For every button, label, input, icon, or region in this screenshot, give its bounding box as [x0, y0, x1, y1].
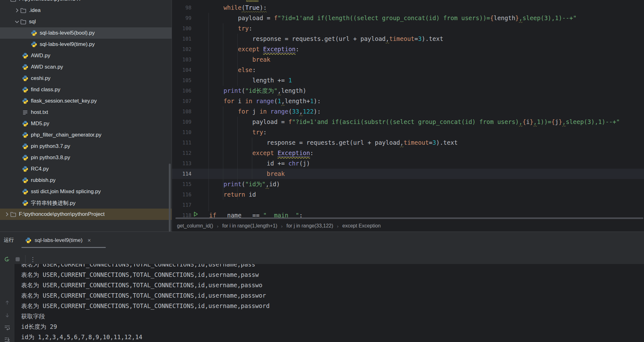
code-token: range [271, 108, 288, 115]
tree-item-label: rubbish.py [31, 177, 55, 183]
code-editor[interactable]: 9899100101102103104105106107108109110111… [172, 0, 644, 220]
soft-wrap-icon[interactable] [4, 324, 11, 331]
breadcrumb-item[interactable]: for j in range(33,122) [287, 223, 333, 229]
tree-item-label: MD5.py [31, 121, 49, 127]
code-line: response = requests.get(url + payload,ti… [209, 34, 620, 44]
code-token: { [551, 118, 555, 125]
code-token: True [245, 4, 259, 11]
code-token: 33 [292, 108, 299, 115]
console-line: 表名为 USER,CURRENT_CONNECTIONS,TOTAL_CONNE… [21, 270, 644, 280]
breadcrumb-item[interactable]: for i in range(1,length+1) [222, 223, 277, 229]
console-output[interactable]: 表名为 USER,CURRENT_CONNECTIONS,TOTAL_CONNE… [14, 264, 644, 342]
code-line: else: [209, 65, 620, 75]
editor-gutter: 9899100101102103104105106107108109110111… [172, 3, 191, 220]
run-gutter-icon[interactable] [193, 211, 198, 218]
tree-item[interactable]: 字符串转换进制.py [0, 197, 172, 209]
chevron-right-icon[interactable] [14, 8, 20, 13]
code-line: while(True): [209, 3, 620, 13]
tree-item[interactable]: pin python3.7.py [0, 141, 172, 152]
line-number: 99 [172, 13, 191, 23]
tree-item[interactable]: F:\pythoncode\python\pythonProject [0, 209, 172, 220]
code-line [209, 200, 620, 210]
chevron-down-icon[interactable] [14, 19, 20, 24]
scroll-up-icon[interactable] [4, 299, 11, 306]
line-number: 113 [172, 158, 191, 169]
console-line: 表名为 USER,CURRENT_CONNECTIONS,TOTAL_CONNE… [21, 290, 644, 301]
tree-item[interactable]: flask_session.sectet_key.py [0, 95, 172, 107]
console-line: 表名为 USER,CURRENT_CONNECTIONS,TOTAL_CONNE… [21, 301, 644, 311]
code-token: , [299, 108, 303, 115]
chevron-right-icon[interactable] [4, 212, 10, 217]
run-tab-label: sql-labs-level9(time) [35, 237, 83, 244]
code-line: break [209, 169, 620, 179]
code-token: , [519, 14, 522, 21]
toolbar-separator [25, 255, 26, 263]
run-tool-window: 运行 sql-labs-level9(time) × [0, 232, 644, 342]
code-token: { [522, 118, 526, 125]
tree-item[interactable]: pin python3.8.py [0, 152, 172, 163]
folder-file-icon [20, 19, 26, 25]
code-token [209, 149, 252, 156]
tree-item[interactable]: rubbish.py [0, 175, 172, 186]
text-file-icon [22, 109, 28, 115]
code-token: break [252, 56, 270, 63]
tree-root-item[interactable]: F:\pythoncode\python\CTF [0, 0, 172, 5]
tree-item[interactable]: find class.py [0, 84, 172, 95]
line-number: 107 [172, 96, 191, 106]
code-token: in [259, 108, 267, 115]
code-token [209, 46, 238, 53]
code-token: j [555, 118, 558, 125]
code-token: ): [314, 108, 321, 115]
code-token: "?id=1'and if(ascii(substr((select group… [292, 118, 519, 125]
code-lines[interactable]: while(True): payload = f"?id=1'and if(le… [209, 3, 620, 220]
tree-item[interactable]: ceshi.py [0, 73, 172, 84]
tree-scrollbar[interactable] [169, 164, 171, 232]
code-token: response = requests.get(url + payload [209, 35, 386, 42]
code-token: ).text [436, 139, 458, 146]
close-icon[interactable]: × [88, 237, 91, 244]
code-line: except Exception: [209, 148, 620, 158]
code-token: f [288, 118, 292, 125]
console-toolbar [0, 264, 14, 342]
tree-item[interactable]: php_filter_chain_generator.py [0, 129, 172, 141]
code-token: ): [259, 4, 267, 11]
tree-item[interactable]: host.txt [0, 107, 172, 118]
code-token: try [252, 129, 263, 136]
tree-item-label: find class.py [31, 87, 60, 93]
code-token: ( [288, 108, 292, 115]
tree-item[interactable]: AWD scan.py [0, 61, 172, 73]
tree-item[interactable]: AWD.py [0, 50, 172, 61]
tree-item[interactable]: ssti dict,join Mixed splicing.py [0, 186, 172, 197]
breadcrumb-item[interactable]: except Exception [342, 223, 381, 229]
run-tab[interactable]: sql-labs-level9(time) × [25, 235, 91, 246]
more-options-icon[interactable]: ⋮ [30, 256, 36, 263]
stop-icon[interactable] [14, 255, 21, 263]
ide-window: F:\pythoncode\python\CTF.ideasqlsql-labs… [0, 0, 644, 342]
breadcrumb-item[interactable]: get_column_id() [177, 223, 213, 229]
tree-item[interactable]: sql [0, 16, 172, 27]
line-number: 104 [172, 65, 191, 75]
editor-horizontal-scrollbar[interactable] [175, 217, 643, 219]
tree-item[interactable]: sql-labs-level9(time).py [0, 39, 172, 50]
tree-item-label: ssti dict,join Mixed splicing.py [31, 188, 101, 195]
code-token: length += [209, 77, 288, 84]
line-number: 115 [172, 179, 191, 189]
tree-item[interactable]: RC4.py [0, 163, 172, 175]
scroll-down-icon[interactable] [4, 312, 11, 319]
scroll-to-end-icon[interactable] [4, 336, 11, 342]
code-token: "id长度为" [245, 87, 277, 94]
code-token: sleep(3),1)--+" [522, 14, 577, 21]
code-token: for [238, 108, 249, 115]
console-line: id长度为 29 [21, 322, 644, 332]
code-line: id += chr(j) [209, 158, 620, 169]
tree-item[interactable]: MD5.py [0, 118, 172, 129]
code-token [209, 56, 252, 63]
tree-item[interactable]: .idea [0, 5, 172, 16]
code-token: 3 [432, 139, 436, 146]
tree-item-label: 字符串转换进制.py [31, 199, 76, 207]
tree-item[interactable]: sql-labs-level5(bool).py [0, 27, 172, 39]
rerun-icon[interactable] [3, 255, 11, 263]
project-tree[interactable]: F:\pythoncode\python\CTF.ideasqlsql-labs… [0, 0, 172, 232]
code-token: , [400, 139, 403, 146]
code-token: 1 [310, 98, 313, 104]
